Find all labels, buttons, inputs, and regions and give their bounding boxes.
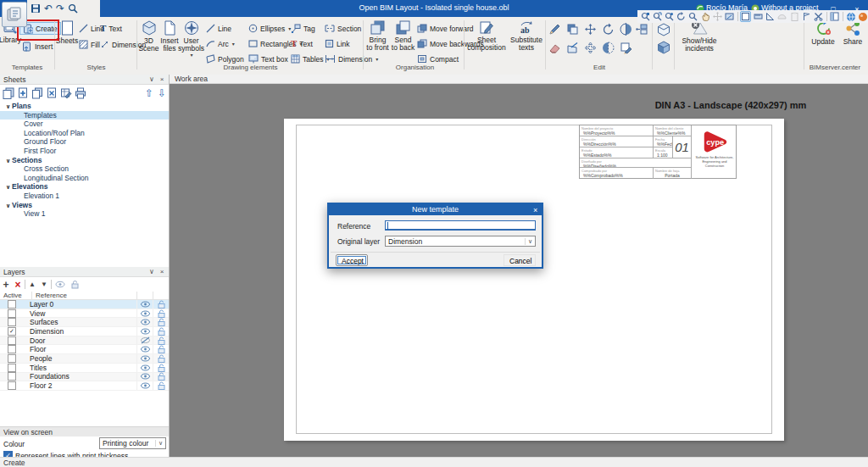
tree-group-sections[interactable]: ∨Sections: [0, 156, 169, 165]
original-layer-select[interactable]: Dimension ∨: [385, 236, 536, 247]
sheets-panel-collapse-icon[interactable]: ∨: [147, 75, 157, 85]
layer-lock-icon[interactable]: [153, 381, 169, 390]
view-3d-wire-button[interactable]: [656, 22, 671, 37]
duplicate-sheet-icon[interactable]: [31, 87, 43, 99]
layer-row[interactable]: Floor: [0, 345, 169, 354]
rotate-tool-button[interactable]: [602, 23, 615, 36]
assign-tool-button[interactable]: [620, 42, 632, 54]
layer-lock-icon[interactable]: [153, 345, 169, 353]
tree-item-ground-floor[interactable]: Ground Floor: [0, 137, 169, 147]
layer-lock-icon[interactable]: [153, 318, 169, 326]
layer-active-checkbox[interactable]: [8, 345, 16, 353]
layer-lock-icon[interactable]: [153, 336, 169, 345]
layer-active-checkbox[interactable]: [8, 309, 16, 318]
reference-input[interactable]: [385, 220, 536, 231]
user-symbols-button[interactable]: User symbols ▾: [180, 20, 203, 58]
redraw-icon[interactable]: [676, 11, 687, 22]
connection-status-icon[interactable]: [858, 11, 868, 22]
layer-visibility-icon[interactable]: [136, 354, 153, 363]
layer-row[interactable]: Foundations: [0, 373, 169, 382]
layer-up-icon[interactable]: ▲: [26, 281, 38, 288]
move-sheet-down-icon[interactable]: ⇩: [158, 87, 166, 99]
substitute-texts-button[interactable]: ab Substitute texts: [508, 20, 545, 52]
setsquare-toggle-icon[interactable]: [765, 11, 776, 22]
pan-icon[interactable]: [700, 11, 710, 22]
capture-view-icon[interactable]: [724, 11, 734, 22]
draw-ellipses-button[interactable]: Ellipses▾: [248, 24, 291, 33]
print-sheet-icon[interactable]: [75, 87, 86, 99]
delete-sheet-icon[interactable]: [46, 87, 58, 99]
draw-arc-button[interactable]: Arc▾: [206, 39, 235, 48]
view-3d-solid-button[interactable]: [656, 40, 671, 55]
text-style-button[interactable]: T Text: [100, 24, 122, 33]
draw-section-button[interactable]: Section: [325, 24, 361, 33]
layer-active-checkbox[interactable]: [8, 354, 16, 363]
tree-item-view-1[interactable]: View 1: [0, 209, 169, 219]
flag-icon[interactable]: [801, 11, 811, 22]
tree-group-elevations[interactable]: ∨Elevations: [0, 182, 169, 192]
layer-lock-icon[interactable]: [153, 354, 169, 363]
layer-visibility-icon[interactable]: [136, 345, 153, 353]
layer-lock-icon[interactable]: [153, 327, 169, 336]
send-to-back-button[interactable]: Send to back: [391, 20, 415, 52]
tree-item-cross-section[interactable]: Cross Section: [0, 164, 169, 174]
layer-row[interactable]: Floor 2: [0, 381, 169, 391]
ruler-toggle-icon[interactable]: [753, 11, 763, 22]
tree-item-cover[interactable]: Cover: [0, 120, 169, 129]
accept-button[interactable]: Accept: [336, 254, 368, 266]
layer-visibility-icon[interactable]: [136, 309, 153, 318]
zoom-selection-icon[interactable]: [664, 11, 674, 22]
add-sheet-icon[interactable]: [17, 87, 29, 99]
add-layer-icon[interactable]: +: [0, 279, 12, 291]
show-all-layers-icon[interactable]: [53, 280, 68, 289]
protractor-icon[interactable]: [777, 11, 787, 22]
layer-active-checkbox[interactable]: [8, 381, 16, 390]
insert-files-button[interactable]: Insert files: [160, 20, 179, 53]
bimserver-globe-icon[interactable]: [846, 11, 856, 22]
draw-tag-button[interactable]: Tag: [291, 24, 315, 33]
edit-polygon-tool-button[interactable]: [566, 42, 579, 54]
tree-group-views[interactable]: ∨Views: [0, 201, 169, 210]
tree-item-longitudinal-section[interactable]: Longitudinal Section: [0, 174, 169, 183]
dialog-titlebar[interactable]: New template: [329, 204, 542, 215]
layer-active-checkbox[interactable]: [8, 372, 16, 381]
update-button[interactable]: Update: [808, 20, 838, 46]
draw-link-button[interactable]: Link: [325, 39, 350, 48]
layer-row[interactable]: Titles: [0, 364, 169, 373]
layer-active-checkbox[interactable]: [8, 336, 16, 345]
layer-row[interactable]: People: [0, 354, 169, 364]
delete-tool-button[interactable]: [548, 42, 561, 54]
zoom-extents-icon[interactable]: [652, 11, 662, 22]
show-hide-incidents-button[interactable]: Show/Hide incidents: [677, 20, 721, 53]
scale-tool-button[interactable]: [584, 42, 597, 54]
zoom-window-icon[interactable]: [640, 11, 650, 22]
attach-tool-button[interactable]: [636, 23, 648, 35]
edit-tool-button[interactable]: [548, 23, 561, 36]
compact-button[interactable]: Compact: [417, 54, 459, 64]
dialog-close-icon[interactable]: ×: [528, 204, 540, 215]
tree-group-plans[interactable]: ∨Plans: [0, 102, 169, 111]
layer-visibility-icon[interactable]: [136, 381, 153, 390]
drawing-sheet[interactable]: Nombre del proyecto %%Proyecto%% Nombre …: [284, 119, 784, 441]
layer-active-checkbox[interactable]: [8, 300, 16, 309]
draw-dimension-button[interactable]: Dimension▾: [325, 54, 378, 64]
tools-icon[interactable]: [813, 11, 823, 22]
layer-visibility-icon[interactable]: [136, 300, 153, 309]
layer-lock-icon[interactable]: [153, 300, 169, 309]
draw-text-button[interactable]: T Text: [291, 39, 313, 48]
layer-lock-icon[interactable]: [153, 309, 169, 318]
app-menu-button[interactable]: [2, 2, 27, 27]
move-sheet-up-icon[interactable]: ⇧: [145, 87, 153, 99]
layer-row[interactable]: Surfaces: [0, 318, 169, 327]
layer-active-checkbox[interactable]: ✓: [8, 327, 16, 336]
layer-row[interactable]: View: [0, 309, 169, 319]
tree-item-elevation-1[interactable]: Elevation 1: [0, 192, 169, 201]
copy-tool-button[interactable]: [566, 23, 579, 36]
sheets-panel-close-icon[interactable]: ×: [157, 75, 167, 85]
move-view-icon[interactable]: [712, 11, 722, 22]
layer-active-checkbox[interactable]: [8, 318, 16, 326]
cancel-button[interactable]: Cancel: [504, 254, 536, 266]
undo-icon[interactable]: ↶: [44, 3, 53, 14]
search-icon[interactable]: [68, 3, 78, 14]
move-tool-button[interactable]: [584, 23, 597, 36]
